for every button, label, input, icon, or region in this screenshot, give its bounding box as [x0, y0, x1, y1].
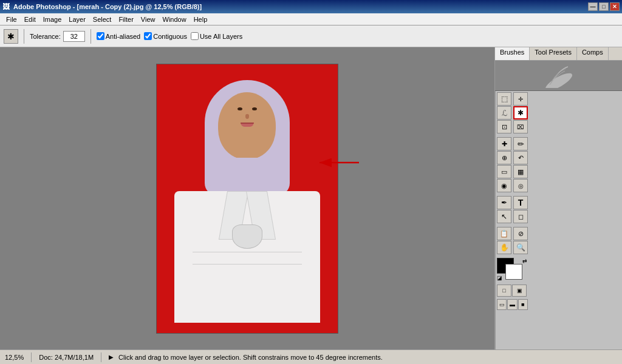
toolbar-separator: [24, 29, 24, 44]
menu-view[interactable]: View: [137, 15, 159, 24]
default-colors-button[interactable]: ◪: [497, 275, 502, 281]
swap-colors-button[interactable]: ⇄: [522, 258, 527, 264]
brush-shape-svg: [541, 64, 577, 88]
quick-mask-row: □ ▣: [496, 283, 529, 298]
brush-tool[interactable]: ✏: [513, 137, 528, 150]
shirt-line-1: [193, 252, 302, 252]
background-color[interactable]: [505, 264, 522, 280]
pen-tool[interactable]: ✒: [497, 196, 511, 209]
title-controls: — □ ✕: [588, 2, 620, 11]
menu-bar: File Edit Image Layer Select Filter View…: [0, 13, 622, 25]
type-tool[interactable]: T: [513, 196, 528, 209]
use-all-layers-checkbox-label[interactable]: Use All Layers: [191, 32, 242, 40]
status-bar: 12,5% Doc: 24,7M/18,1M ▶ Click and drag …: [0, 349, 622, 364]
face: [218, 92, 276, 159]
right-side-panels: Brushes Tool Presets Comps ⬚: [494, 47, 622, 349]
window-title: Adobe Photoshop - [merah - Copy (2).jpg …: [13, 3, 202, 10]
hand-tool[interactable]: ✋: [497, 241, 511, 254]
hijab-chin: [208, 158, 287, 194]
tool-separator: [497, 134, 529, 136]
eraser-tool[interactable]: ▭: [497, 165, 511, 178]
menu-file[interactable]: File: [2, 15, 21, 24]
use-all-layers-checkbox[interactable]: [191, 32, 199, 40]
maximize-button[interactable]: □: [599, 2, 609, 11]
blur-tool[interactable]: ◉: [497, 179, 511, 192]
menu-layer[interactable]: Layer: [65, 15, 89, 24]
status-separator: [31, 352, 32, 362]
smudge-tool[interactable]: ◎: [513, 179, 528, 192]
bow: [232, 224, 262, 249]
gradient-tool[interactable]: ▦: [513, 165, 528, 178]
head-wrap: [205, 80, 290, 194]
zoom-level: 12,5%: [5, 354, 24, 361]
status-separator-2: [101, 352, 101, 362]
contiguous-checkbox[interactable]: [144, 32, 152, 40]
tab-tool-presets[interactable]: Tool Presets: [530, 47, 577, 60]
swatches-container: ⇄ ◪: [497, 258, 527, 281]
standard-mode-button[interactable]: □: [497, 285, 511, 297]
left-eye: [238, 107, 242, 110]
options-toolbar: ✱ Tolerance: Anti-aliased Contiguous Use…: [0, 25, 622, 47]
status-arrow-icon: ▶: [109, 354, 114, 360]
doc-info: Doc: 24,7M/18,1M: [39, 354, 94, 361]
lasso-tool[interactable]: ℒ: [497, 106, 511, 120]
tool-grid: ⬚ ✛ ℒ ✱ ⊡ ⌧ ✚ ✏ ⊕ ↶ ▭ ▦: [496, 91, 529, 255]
contiguous-checkbox-label[interactable]: Contiguous: [144, 32, 187, 40]
tab-brushes[interactable]: Brushes: [495, 47, 530, 60]
color-swatches: ⇄ ◪: [496, 255, 529, 283]
crop-tool[interactable]: ⊡: [497, 120, 511, 133]
canvas-background: [157, 64, 338, 333]
move-tool[interactable]: ✛: [513, 92, 528, 106]
anti-aliased-checkbox[interactable]: [97, 32, 104, 40]
menu-window[interactable]: Window: [159, 15, 190, 24]
nose: [245, 114, 249, 119]
person-figure: [168, 74, 326, 323]
magic-wand-tool[interactable]: ✱: [513, 106, 528, 120]
ps-icon: 🖼: [2, 2, 10, 11]
anti-aliased-checkbox-label[interactable]: Anti-aliased: [97, 32, 140, 40]
photoshop-app: 🖼 Adobe Photoshop - [merah - Copy (2).jp…: [0, 0, 622, 364]
tool-separator-2: [497, 193, 529, 195]
eyes: [238, 107, 257, 110]
tolerance-group: Tolerance:: [30, 31, 85, 42]
right-eye: [252, 107, 257, 110]
path-select-tool[interactable]: ↖: [497, 210, 511, 223]
status-hint: Click and drag to move layer or selectio…: [118, 354, 383, 361]
full-screen-menu-button[interactable]: ▬: [507, 299, 517, 310]
content-row: Brushes Tool Presets Comps ⬚: [0, 47, 622, 349]
panel-tabs: Brushes Tool Presets Comps: [495, 47, 622, 61]
menu-help[interactable]: Help: [190, 15, 211, 24]
screen-mode-row: ▭ ▬ ■: [496, 298, 529, 311]
tolerance-input[interactable]: [63, 31, 85, 42]
notes-tool[interactable]: 📋: [497, 227, 511, 240]
tolerance-label: Tolerance:: [30, 33, 61, 40]
menu-edit[interactable]: Edit: [21, 15, 39, 24]
menu-select[interactable]: Select: [89, 15, 115, 24]
quick-mask-button[interactable]: ▣: [512, 285, 527, 297]
menu-image[interactable]: Image: [39, 15, 66, 24]
toolbar-separator-2: [91, 29, 91, 44]
tool-separator-3: [497, 224, 529, 226]
history-brush-tool[interactable]: ↶: [513, 151, 528, 164]
shirt-line-2: [193, 264, 302, 265]
minimize-button[interactable]: —: [588, 2, 598, 11]
clone-tool[interactable]: ⊕: [497, 151, 511, 164]
title-bar: 🖼 Adobe Photoshop - [merah - Copy (2).jp…: [0, 0, 622, 13]
slice-tool[interactable]: ⌧: [513, 120, 528, 133]
menu-filter[interactable]: Filter: [115, 15, 137, 24]
brush-preview: [495, 61, 622, 91]
healing-tool[interactable]: ✚: [497, 137, 511, 150]
image-canvas[interactable]: [156, 64, 338, 334]
standard-screen-button[interactable]: ▭: [497, 299, 507, 310]
shape-tool[interactable]: ◻: [513, 210, 528, 223]
close-button[interactable]: ✕: [610, 2, 620, 11]
zoom-tool[interactable]: 🔍: [513, 241, 528, 254]
body: [174, 191, 320, 323]
current-tool-icon[interactable]: ✱: [4, 29, 18, 44]
marquee-tool[interactable]: ⬚: [497, 92, 511, 106]
tab-comps[interactable]: Comps: [577, 47, 609, 60]
eyedropper-tool[interactable]: ⊘: [513, 227, 528, 240]
toolbox: ⬚ ✛ ℒ ✱ ⊡ ⌧ ✚ ✏ ⊕ ↶ ▭ ▦: [495, 91, 529, 349]
work-area: [0, 47, 494, 349]
full-screen-button[interactable]: ■: [518, 299, 528, 310]
